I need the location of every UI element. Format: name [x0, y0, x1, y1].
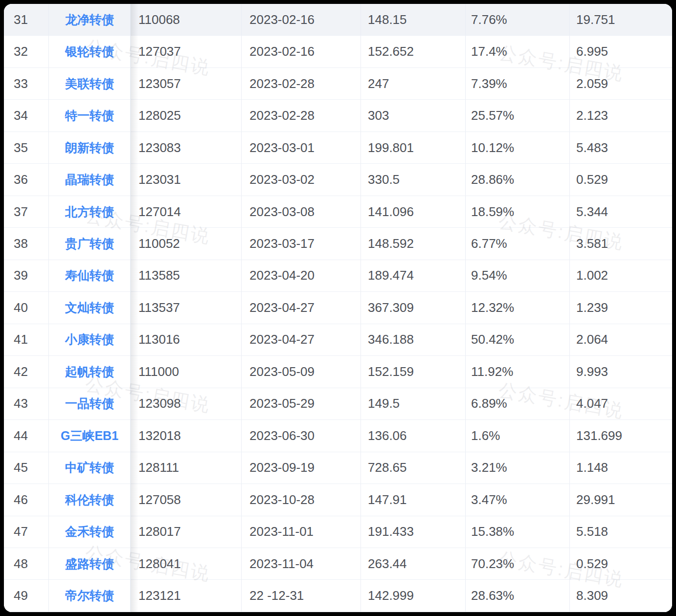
bond-date: 2023-04-27 [242, 324, 361, 355]
row-index: 37 [4, 196, 49, 227]
bond-date: 2023-04-20 [242, 260, 361, 291]
bond-name-link[interactable]: 美联转债 [49, 68, 131, 99]
bond-value: 3.581 [570, 228, 672, 259]
bond-code: 128017 [131, 516, 242, 548]
table-row: 31 龙净转债 110068 2023-02-16 148.15 7.76% 1… [4, 4, 672, 36]
bond-name-link[interactable]: 晶瑞转债 [49, 164, 131, 195]
bond-value: 1.239 [570, 292, 672, 323]
bond-price: 147.91 [361, 484, 466, 515]
bond-price: 152.652 [361, 36, 466, 67]
bond-date: 2023-03-08 [242, 196, 361, 227]
row-index: 44 [4, 420, 49, 451]
bond-date: 2023-05-09 [242, 356, 361, 387]
bond-code: 127014 [131, 196, 242, 227]
table-row: 33 美联转债 123057 2023-02-28 247 7.39% 2.05… [4, 68, 672, 100]
bond-price: 142.999 [361, 580, 466, 611]
bond-name-link[interactable]: 金禾转债 [49, 516, 131, 548]
bond-value: 8.309 [570, 580, 672, 611]
bond-value: 5.518 [570, 516, 672, 548]
bond-name-link[interactable]: 文灿转债 [49, 292, 131, 323]
bond-price: 330.5 [361, 164, 466, 195]
bond-value: 2.123 [570, 100, 672, 131]
bond-price: 189.474 [361, 260, 466, 291]
bond-premium: 17.4% [466, 36, 570, 67]
row-index: 35 [4, 132, 49, 163]
bond-value: 29.991 [570, 484, 672, 515]
bond-value: 9.993 [570, 356, 672, 387]
bond-name-link[interactable]: 小康转债 [49, 324, 131, 355]
table-row: 41 小康转债 113016 2023-04-27 346.188 50.42%… [4, 324, 672, 356]
table-row: 38 贵广转债 110052 2023-03-17 148.592 6.77% … [4, 228, 672, 260]
bond-premium: 6.77% [466, 228, 570, 259]
bond-name-link[interactable]: 朗新转债 [49, 132, 131, 163]
bond-code: 123057 [131, 68, 242, 99]
bond-code: 127058 [131, 484, 242, 515]
table-row: 39 寿仙转债 113585 2023-04-20 189.474 9.54% … [4, 260, 672, 292]
bond-name-link[interactable]: 贵广转债 [49, 228, 131, 259]
bond-premium: 7.39% [466, 68, 570, 99]
bond-code: 111000 [131, 356, 242, 387]
bond-table-card: 31 龙净转债 110068 2023-02-16 148.15 7.76% 1… [4, 4, 672, 612]
bond-name-link[interactable]: G三峡EB1 [49, 420, 131, 451]
bond-name-link[interactable]: 银轮转债 [49, 36, 131, 67]
table-row: 35 朗新转债 123083 2023-03-01 199.801 10.12%… [4, 132, 672, 164]
bond-value: 5.483 [570, 132, 672, 163]
bond-date: 2023-02-16 [242, 36, 361, 67]
bond-name-link[interactable]: 特一转债 [49, 100, 131, 131]
bond-code: 110068 [131, 4, 242, 35]
bond-date: 22 -12-31 [242, 580, 361, 611]
bond-name-link[interactable]: 帝尔转债 [49, 580, 131, 611]
table-row: 43 一品转债 123098 2023-05-29 149.5 6.89% 4.… [4, 388, 672, 420]
bond-price: 149.5 [361, 388, 466, 419]
row-index: 34 [4, 100, 49, 131]
bond-premium: 1.6% [466, 420, 570, 451]
bond-name-link[interactable]: 中矿转债 [49, 452, 131, 484]
bond-name-link[interactable]: 寿仙转债 [49, 260, 131, 291]
bond-premium: 10.12% [466, 132, 570, 163]
bond-price: 367.309 [361, 292, 466, 323]
bond-value: 19.751 [570, 4, 672, 35]
bond-premium: 50.42% [466, 324, 570, 355]
bond-price: 247 [361, 68, 466, 99]
bond-value: 131.699 [570, 420, 672, 451]
bond-price: 263.44 [361, 548, 466, 579]
bond-date: 2023-10-28 [242, 484, 361, 515]
row-index: 46 [4, 484, 49, 515]
bond-value: 2.064 [570, 324, 672, 355]
bond-code: 132018 [131, 420, 242, 451]
row-index: 47 [4, 516, 49, 548]
bond-premium: 7.76% [466, 4, 570, 35]
bond-name-link[interactable]: 一品转债 [49, 388, 131, 419]
row-index: 38 [4, 228, 49, 259]
row-index: 45 [4, 452, 49, 484]
bond-price: 141.096 [361, 196, 466, 227]
row-index: 32 [4, 36, 49, 67]
bond-name-link[interactable]: 龙净转债 [49, 4, 131, 35]
bond-date: 2023-02-28 [242, 68, 361, 99]
bond-premium: 3.21% [466, 452, 570, 484]
bond-premium: 28.86% [466, 164, 570, 195]
bond-premium: 28.63% [466, 580, 570, 611]
table-row: 48 盛路转债 128041 2023-11-04 263.44 70.23% … [4, 548, 672, 580]
bond-date: 2023-05-29 [242, 388, 361, 419]
row-index: 48 [4, 548, 49, 579]
table-row: 42 起帆转债 111000 2023-05-09 152.159 11.92%… [4, 356, 672, 388]
bond-date: 2023-09-19 [242, 452, 361, 484]
page-background: 31 龙净转债 110068 2023-02-16 148.15 7.76% 1… [0, 0, 676, 616]
bond-code: 113585 [131, 260, 242, 291]
bond-name-link[interactable]: 盛路转债 [49, 548, 131, 579]
bond-code: 113537 [131, 292, 242, 323]
bond-name-link[interactable]: 北方转债 [49, 196, 131, 227]
row-index: 39 [4, 260, 49, 291]
bond-date: 2023-06-30 [242, 420, 361, 451]
table-row: 34 特一转债 128025 2023-02-28 303 25.57% 2.1… [4, 100, 672, 132]
table-row: 40 文灿转债 113537 2023-04-27 367.309 12.32%… [4, 292, 672, 324]
bond-name-link[interactable]: 科伦转债 [49, 484, 131, 515]
bond-premium: 15.38% [466, 516, 570, 548]
table-row: 45 中矿转债 128111 2023-09-19 728.65 3.21% 1… [4, 452, 672, 484]
bond-date: 2023-02-28 [242, 100, 361, 131]
bond-name-link[interactable]: 起帆转债 [49, 356, 131, 387]
bond-premium: 3.47% [466, 484, 570, 515]
bond-price: 191.433 [361, 516, 466, 548]
bond-value: 2.059 [570, 68, 672, 99]
